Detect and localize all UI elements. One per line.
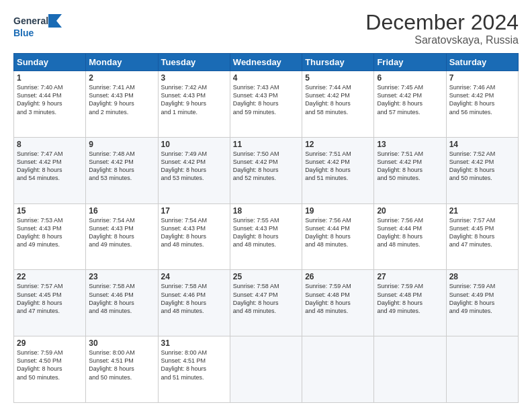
day-number: 3 [161, 73, 227, 83]
calendar-week-4: 22Sunrise: 7:57 AMSunset: 4:45 PMDayligh… [14, 270, 519, 336]
col-friday: Friday [374, 54, 446, 71]
title-block: December 2024 Saratovskaya, Russia [365, 11, 519, 46]
table-row: 1Sunrise: 7:40 AMSunset: 4:44 PMDaylight… [14, 71, 86, 138]
cell-info: Sunrise: 7:41 AMSunset: 4:43 PMDaylight:… [89, 83, 154, 116]
col-sunday: Sunday [14, 54, 86, 71]
cell-info: Sunrise: 7:59 AMSunset: 4:50 PMDaylight:… [17, 349, 83, 381]
header: General Blue December 2024 Saratovskaya,… [13, 11, 519, 46]
table-row: 19Sunrise: 7:56 AMSunset: 4:44 PMDayligh… [302, 203, 374, 270]
day-number: 15 [17, 206, 83, 216]
day-number: 23 [89, 272, 154, 281]
table-row: 16Sunrise: 7:54 AMSunset: 4:43 PMDayligh… [86, 203, 158, 270]
cell-info: Sunrise: 7:49 AMSunset: 4:42 PMDaylight:… [161, 150, 227, 183]
table-row: 21Sunrise: 7:57 AMSunset: 4:45 PMDayligh… [446, 203, 518, 270]
day-number: 28 [449, 272, 515, 281]
day-number: 22 [17, 272, 83, 281]
table-row: 26Sunrise: 7:59 AMSunset: 4:48 PMDayligh… [302, 270, 374, 336]
table-row: 24Sunrise: 7:58 AMSunset: 4:46 PMDayligh… [158, 270, 230, 336]
table-row [302, 336, 374, 403]
page: General Blue December 2024 Saratovskaya,… [0, 0, 532, 411]
svg-marker-1 [48, 14, 62, 28]
logo: General Blue [13, 11, 71, 41]
day-number: 19 [305, 206, 371, 216]
cell-info: Sunrise: 7:44 AMSunset: 4:42 PMDaylight:… [305, 83, 371, 116]
table-row: 22Sunrise: 7:57 AMSunset: 4:45 PMDayligh… [14, 270, 86, 336]
day-number: 20 [377, 206, 443, 216]
table-row: 3Sunrise: 7:42 AMSunset: 4:43 PMDaylight… [158, 71, 230, 138]
cell-info: Sunrise: 7:58 AMSunset: 4:46 PMDaylight:… [89, 282, 154, 315]
table-row: 4Sunrise: 7:43 AMSunset: 4:43 PMDaylight… [230, 71, 302, 138]
cell-info: Sunrise: 7:46 AMSunset: 4:42 PMDaylight:… [449, 83, 515, 116]
table-row: 10Sunrise: 7:49 AMSunset: 4:42 PMDayligh… [158, 137, 230, 203]
day-number: 11 [233, 140, 299, 149]
day-number: 17 [161, 206, 227, 216]
day-number: 9 [89, 140, 154, 149]
day-number: 31 [161, 338, 227, 348]
table-row: 28Sunrise: 7:59 AMSunset: 4:49 PMDayligh… [446, 270, 518, 336]
day-number: 16 [89, 206, 154, 216]
day-number: 24 [161, 272, 227, 281]
day-number: 6 [377, 73, 443, 83]
table-row: 6Sunrise: 7:45 AMSunset: 4:42 PMDaylight… [374, 71, 446, 138]
cell-info: Sunrise: 7:47 AMSunset: 4:42 PMDaylight:… [17, 150, 83, 183]
table-row: 25Sunrise: 7:58 AMSunset: 4:47 PMDayligh… [230, 270, 302, 336]
table-row: 20Sunrise: 7:56 AMSunset: 4:44 PMDayligh… [374, 203, 446, 270]
calendar-week-1: 1Sunrise: 7:40 AMSunset: 4:44 PMDaylight… [14, 71, 519, 138]
day-number: 30 [89, 338, 154, 348]
cell-info: Sunrise: 7:40 AMSunset: 4:44 PMDaylight:… [17, 83, 83, 116]
cell-info: Sunrise: 7:58 AMSunset: 4:47 PMDaylight:… [233, 282, 299, 315]
col-monday: Monday [86, 54, 158, 71]
cell-info: Sunrise: 7:58 AMSunset: 4:46 PMDaylight:… [161, 282, 227, 315]
calendar-title: December 2024 [365, 11, 519, 34]
day-number: 12 [305, 140, 371, 149]
cell-info: Sunrise: 7:57 AMSunset: 4:45 PMDaylight:… [17, 282, 83, 315]
calendar-week-2: 8Sunrise: 7:47 AMSunset: 4:42 PMDaylight… [14, 137, 519, 203]
day-number: 14 [449, 140, 515, 149]
svg-text:General: General [13, 15, 48, 26]
table-row: 8Sunrise: 7:47 AMSunset: 4:42 PMDaylight… [14, 137, 86, 203]
cell-info: Sunrise: 7:43 AMSunset: 4:43 PMDaylight:… [233, 83, 299, 116]
cell-info: Sunrise: 7:54 AMSunset: 4:43 PMDaylight:… [161, 216, 227, 249]
cell-info: Sunrise: 7:55 AMSunset: 4:43 PMDaylight:… [233, 216, 299, 249]
table-row: 7Sunrise: 7:46 AMSunset: 4:42 PMDaylight… [446, 71, 518, 138]
cell-info: Sunrise: 7:45 AMSunset: 4:42 PMDaylight:… [377, 83, 443, 116]
calendar-header-row: Sunday Monday Tuesday Wednesday Thursday… [14, 54, 519, 71]
table-row: 9Sunrise: 7:48 AMSunset: 4:42 PMDaylight… [86, 137, 158, 203]
cell-info: Sunrise: 7:51 AMSunset: 4:42 PMDaylight:… [377, 150, 443, 183]
table-row: 17Sunrise: 7:54 AMSunset: 4:43 PMDayligh… [158, 203, 230, 270]
day-number: 8 [17, 140, 83, 149]
day-number: 4 [233, 73, 299, 83]
day-number: 21 [449, 206, 515, 216]
cell-info: Sunrise: 7:48 AMSunset: 4:42 PMDaylight:… [89, 150, 154, 183]
cell-info: Sunrise: 7:52 AMSunset: 4:42 PMDaylight:… [449, 150, 515, 183]
table-row: 2Sunrise: 7:41 AMSunset: 4:43 PMDaylight… [86, 71, 158, 138]
table-row: 18Sunrise: 7:55 AMSunset: 4:43 PMDayligh… [230, 203, 302, 270]
day-number: 13 [377, 140, 443, 149]
table-row: 23Sunrise: 7:58 AMSunset: 4:46 PMDayligh… [86, 270, 158, 336]
day-number: 18 [233, 206, 299, 216]
cell-info: Sunrise: 7:57 AMSunset: 4:45 PMDaylight:… [449, 216, 515, 249]
calendar-table: Sunday Monday Tuesday Wednesday Thursday… [13, 53, 519, 403]
cell-info: Sunrise: 7:59 AMSunset: 4:49 PMDaylight:… [449, 282, 515, 315]
cell-info: Sunrise: 7:56 AMSunset: 4:44 PMDaylight:… [305, 216, 371, 249]
cell-info: Sunrise: 7:51 AMSunset: 4:42 PMDaylight:… [305, 150, 371, 183]
col-thursday: Thursday [302, 54, 374, 71]
day-number: 10 [161, 140, 227, 149]
calendar-week-3: 15Sunrise: 7:53 AMSunset: 4:43 PMDayligh… [14, 203, 519, 270]
col-wednesday: Wednesday [230, 54, 302, 71]
table-row: 11Sunrise: 7:50 AMSunset: 4:42 PMDayligh… [230, 137, 302, 203]
day-number: 27 [377, 272, 443, 281]
cell-info: Sunrise: 7:50 AMSunset: 4:42 PMDaylight:… [233, 150, 299, 183]
table-row: 13Sunrise: 7:51 AMSunset: 4:42 PMDayligh… [374, 137, 446, 203]
table-row [446, 336, 518, 403]
table-row [230, 336, 302, 403]
day-number: 5 [305, 73, 371, 83]
table-row: 12Sunrise: 7:51 AMSunset: 4:42 PMDayligh… [302, 137, 374, 203]
table-row: 15Sunrise: 7:53 AMSunset: 4:43 PMDayligh… [14, 203, 86, 270]
logo-svg: General Blue [13, 11, 71, 41]
table-row [374, 336, 446, 403]
day-number: 2 [89, 73, 154, 83]
cell-info: Sunrise: 8:00 AMSunset: 4:51 PMDaylight:… [89, 349, 154, 381]
cell-info: Sunrise: 7:54 AMSunset: 4:43 PMDaylight:… [89, 216, 154, 249]
svg-text:Blue: Blue [13, 28, 34, 38]
